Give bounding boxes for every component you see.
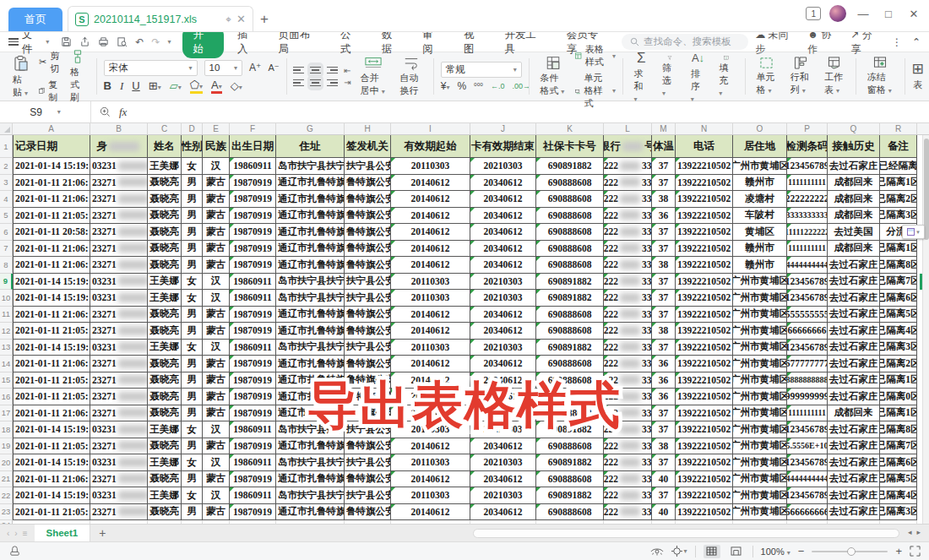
header-cell-c[interactable]: 姓名 [148,135,182,158]
close-button[interactable]: ✕ [905,8,922,20]
cell-e16[interactable]: 蒙古 [203,389,230,405]
save-icon[interactable] [61,36,72,47]
cell-a17[interactable]: 2021-01-11 21:06: [13,405,90,422]
cell-d7[interactable]: 男 [182,241,203,258]
column-header-I[interactable]: I [391,123,470,134]
bold-button[interactable]: B [104,79,111,92]
cell-d22[interactable]: 女 [182,487,203,504]
row-header-5[interactable]: 5 [0,208,13,225]
cell-o19[interactable]: 广州市黄埔区 [733,438,787,455]
cell-q5[interactable]: 成都回来 [828,208,880,225]
copy-button[interactable]: 复制 [39,79,61,104]
freeze-panes-button[interactable]: 冻结窗格 ▾ [863,56,898,97]
cell-n16[interactable]: 13922210502 [676,389,733,405]
cell-h14[interactable]: 鲁特旗公安局 [345,356,391,372]
cell-e6[interactable]: 蒙古 [203,224,230,241]
cell-i18[interactable]: 20110303 [391,421,470,438]
cell-j6[interactable]: 20340612 [470,224,536,241]
cell-p21[interactable]: 4444444444 [787,471,828,488]
cell-h4[interactable]: 鲁特旗公安局 [345,191,391,208]
cell-b2[interactable]: 03231144 [90,158,148,175]
cell-m15[interactable]: 36 [652,372,676,389]
cell-c5[interactable]: 聂晓亮 [148,208,182,225]
cell-n2[interactable]: 13922210502 [676,158,733,175]
row-header-23[interactable]: 23 [0,504,13,521]
cell-k21[interactable]: 690888608 [536,471,604,488]
cell-f17[interactable]: 19870919 [230,405,276,422]
cell-a2[interactable]: 2021-01-14 15:19: [13,158,90,175]
increase-decimal-icon[interactable]: ←.0 [491,82,505,90]
cell-h13[interactable]: 扶宁县公安局 [345,340,391,356]
vertical-scrollbar[interactable] [922,135,929,524]
row-header-21[interactable]: 21 [0,471,13,488]
paste-options-button[interactable]: ▾ [902,225,925,239]
cell-h21[interactable]: 鲁特旗公安局 [345,471,391,488]
zoom-formula-icon[interactable] [100,106,111,117]
cell-c11[interactable]: 聂晓亮 [148,307,182,323]
cell-d19[interactable]: 男 [182,438,203,455]
cell-g18[interactable]: 岛市扶宁县扶宁镇 [276,421,345,438]
cell-q9[interactable]: 去过石家庄 [828,274,880,291]
column-header-H[interactable]: H [345,123,391,134]
cell-m22[interactable]: 37 [652,487,676,504]
cell-f22[interactable]: 19860911 [230,487,276,504]
zoom-slider[interactable] [812,551,888,552]
column-header-D[interactable]: D [182,123,203,134]
cell-f12[interactable]: 19870919 [230,323,276,340]
cell-h19[interactable]: 鲁特旗公安局 [345,438,391,455]
sheet-nav-right-icon[interactable]: › [14,529,17,538]
header-cell-o[interactable]: 居住地 [733,135,787,158]
cell-d23[interactable]: 男 [182,504,203,521]
cell-k20[interactable]: 690891882 [536,454,604,471]
format-painter-button[interactable]: 格式刷 [66,49,90,104]
cell-e18[interactable]: 汉 [203,421,230,438]
cell-d14[interactable]: 男 [182,356,203,372]
cell-n11[interactable]: 13922210502 [676,307,733,323]
cell-p8[interactable]: 4444444444 [787,257,828,274]
row-header-2[interactable]: 2 [0,158,13,175]
cell-k16[interactable]: 690888608 [536,389,604,405]
cell-n19[interactable]: 13922210502 [676,438,733,455]
cell-e14[interactable]: 蒙古 [203,356,230,372]
cell-l13[interactable]: 682223305 [604,340,652,356]
cell-c22[interactable]: 王美娜 [148,487,182,504]
sheet-tab-sheet1[interactable]: Sheet1 [35,525,91,541]
cell-j16[interactable]: 20340612 [470,389,536,405]
cell-f14[interactable]: 19870919 [230,356,276,372]
cell-k14[interactable]: 690888608 [536,356,604,372]
cell-j12[interactable]: 20340612 [470,323,536,340]
row-header-12[interactable]: 12 [0,323,13,340]
cell-r13[interactable]: 已隔离3区 [880,340,917,356]
cell-f3[interactable]: 19870919 [230,175,276,192]
percent-format-button[interactable]: % [457,80,466,92]
cell-g22[interactable]: 岛市扶宁县扶宁镇 [276,487,345,504]
cell-o8[interactable]: 赣州市 [733,257,787,274]
cell-m11[interactable]: 37 [652,307,676,323]
cell-g16[interactable]: 通辽市扎鲁特旗鲁北 [276,389,345,405]
cell-o16[interactable]: 广州市黄埔区 [733,389,787,405]
cell-h15[interactable]: 鲁特旗公安局 [345,372,391,389]
cell-h20[interactable]: 扶宁县公安局 [345,454,391,471]
cell-l7[interactable]: 682223300 [604,241,652,258]
cell-j11[interactable]: 20340612 [470,307,536,323]
cell-e10[interactable]: 汉 [203,290,230,307]
cell-h18[interactable]: 扶宁县公安局 [345,421,391,438]
worksheet-button[interactable]: 工作表 ▾ [820,56,849,97]
cell-f13[interactable]: 19860911 [230,340,276,356]
cell-k2[interactable]: 690891882 [536,158,604,175]
column-header-C[interactable]: C [148,123,182,134]
cell-m6[interactable]: 37 [652,224,676,241]
table-style-button[interactable]: 表格样式▾ [575,43,616,68]
cell-d9[interactable]: 女 [182,274,203,291]
align-middle-icon[interactable] [310,65,321,75]
select-all-corner[interactable] [0,123,13,134]
zoom-level[interactable]: 100% ▾ [761,546,790,557]
cell-l12[interactable]: 682223300 [604,323,652,340]
cell-c12[interactable]: 聂晓亮 [148,323,182,340]
cell-m14[interactable]: 36 [652,356,676,372]
cell-q14[interactable]: 去过石家庄 [828,356,880,372]
cell-k3[interactable]: 690888608 [536,175,604,192]
cell-e11[interactable]: 蒙古 [203,307,230,323]
cell-r5[interactable]: 已隔离3区 [880,208,917,225]
user-avatar[interactable] [829,5,846,22]
